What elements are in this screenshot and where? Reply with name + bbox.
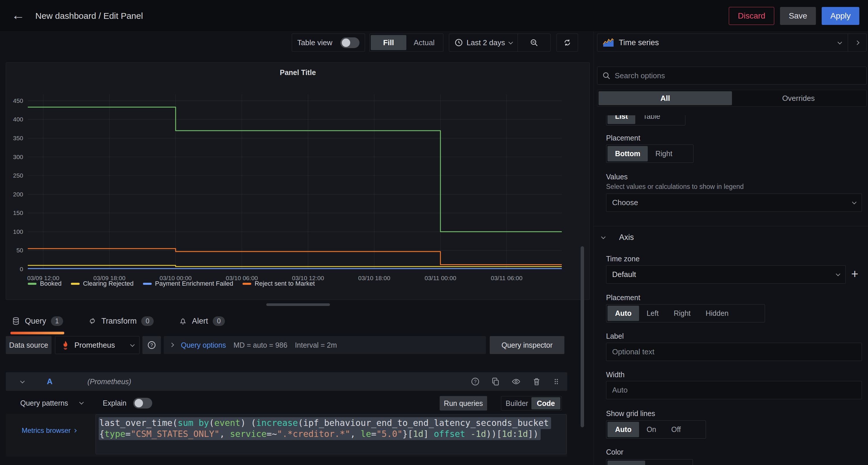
divider bbox=[518, 34, 518, 51]
search-icon bbox=[602, 71, 611, 80]
eye-icon[interactable] bbox=[511, 377, 521, 386]
discard-button[interactable]: Discard bbox=[729, 7, 774, 25]
run-queries-button[interactable]: Run queries bbox=[440, 396, 487, 410]
help-icon: ? bbox=[147, 341, 156, 350]
timeseries-chart[interactable]: 05010015020025030035040045003/09 12:0003… bbox=[6, 63, 590, 299]
resize-handle[interactable] bbox=[266, 303, 330, 306]
explain-toggle[interactable] bbox=[133, 398, 152, 408]
zoom-out-icon[interactable] bbox=[530, 38, 538, 47]
tab-overrides[interactable]: Overrides bbox=[732, 91, 865, 105]
metrics-browser-link[interactable]: Metrics browser bbox=[22, 427, 76, 435]
tab-query-badge: 1 bbox=[51, 316, 63, 326]
legend-mode-list-button[interactable]: List bbox=[608, 115, 635, 124]
svg-text:250: 250 bbox=[13, 172, 23, 179]
max-data-points-info: MD = auto = 986 bbox=[234, 341, 287, 349]
legend-placement-bottom-button[interactable]: Bottom bbox=[608, 146, 648, 162]
legend-label: Reject sent to Market bbox=[255, 280, 315, 287]
code-editor[interactable]: last_over_time(sum by(event) (increase(i… bbox=[95, 414, 567, 454]
datasource-picker[interactable]: Prometheus bbox=[55, 336, 140, 354]
axis-collapse-chevron[interactable] bbox=[601, 235, 606, 239]
grid-auto-button[interactable]: Auto bbox=[608, 422, 639, 437]
grid-off-button[interactable]: Off bbox=[664, 422, 688, 437]
color-label: Color bbox=[606, 448, 623, 456]
timezone-select[interactable]: Default bbox=[606, 265, 846, 284]
tab-alert-badge: 0 bbox=[213, 316, 225, 326]
color-control-clipped bbox=[606, 459, 693, 465]
axis-section-header[interactable]: Axis bbox=[619, 233, 634, 242]
query-options-link[interactable]: Query options bbox=[181, 341, 226, 349]
axis-label-input[interactable] bbox=[606, 343, 862, 361]
fill-button[interactable]: Fill bbox=[371, 35, 406, 50]
legend-item[interactable]: Payment Enrichment Failed bbox=[143, 280, 233, 287]
legend-values-select[interactable]: Choose bbox=[606, 194, 862, 212]
svg-text:450: 450 bbox=[13, 97, 23, 104]
tab-alert[interactable]: Alert 0 bbox=[178, 307, 226, 335]
axis-placement-left-button[interactable]: Left bbox=[639, 306, 666, 321]
svg-text:?: ? bbox=[151, 343, 153, 348]
legend-item[interactable]: Reject sent to Market bbox=[243, 280, 315, 287]
legend-item[interactable]: Clearing Rejected bbox=[71, 280, 134, 287]
svg-text:300: 300 bbox=[13, 153, 23, 160]
promql-expression[interactable]: last_over_time(sum by(event) (increase(i… bbox=[99, 417, 566, 439]
svg-text:03/11 06:00: 03/11 06:00 bbox=[491, 275, 522, 281]
table-view-toggle[interactable] bbox=[340, 37, 360, 48]
chevron-down-icon bbox=[508, 40, 513, 44]
interval-info: Interval = 2m bbox=[295, 341, 337, 349]
color-group[interactable] bbox=[606, 459, 693, 465]
query-a-header[interactable]: A (Prometheus) ? bbox=[6, 372, 567, 391]
query-inspector-button[interactable]: Query inspector bbox=[490, 336, 564, 354]
builder-code-group: Builder Code bbox=[501, 396, 562, 410]
color-option-button[interactable] bbox=[608, 461, 645, 465]
apply-button[interactable]: Apply bbox=[822, 7, 859, 25]
collapse-chevron-icon[interactable] bbox=[20, 379, 25, 383]
tab-alert-label: Alert bbox=[192, 317, 208, 326]
query-options-row[interactable]: Query options MD = auto = 986 Interval =… bbox=[164, 336, 486, 354]
axis-placement-right-button[interactable]: Right bbox=[666, 306, 698, 321]
options-sidebar: Time series All Overrides List Table Pla… bbox=[593, 32, 868, 465]
duplicate-icon[interactable] bbox=[491, 377, 500, 386]
datasource-help-button[interactable]: ? bbox=[143, 336, 161, 354]
drag-handle-icon[interactable] bbox=[552, 377, 560, 386]
actual-button[interactable]: Actual bbox=[406, 38, 442, 47]
options-search-input[interactable] bbox=[615, 71, 862, 80]
code-button[interactable]: Code bbox=[531, 397, 560, 409]
legend-placement-label: Placement bbox=[606, 134, 640, 142]
header-bar: ← New dashboard / Edit Panel Discard Sav… bbox=[0, 0, 868, 32]
refresh-button[interactable] bbox=[557, 34, 578, 52]
axis-placement-auto-button[interactable]: Auto bbox=[608, 306, 639, 321]
legend-placement-right-button[interactable]: Right bbox=[648, 146, 680, 162]
help-icon[interactable]: ? bbox=[471, 377, 480, 386]
back-arrow-button[interactable]: ← bbox=[11, 7, 25, 23]
legend-swatch bbox=[28, 283, 36, 285]
grid-on-button[interactable]: On bbox=[639, 422, 664, 437]
section-divider bbox=[594, 226, 868, 226]
main-scrollbar[interactable] bbox=[581, 246, 584, 427]
tab-transform[interactable]: Transform 0 bbox=[87, 307, 155, 335]
tab-query[interactable]: Query 1 bbox=[10, 307, 64, 335]
legend-mode-table-button[interactable]: Table bbox=[635, 115, 668, 124]
time-range-label[interactable]: Last 2 days bbox=[467, 38, 505, 47]
tab-query-label: Query bbox=[25, 317, 46, 326]
query-patterns-button[interactable]: Query patterns bbox=[20, 399, 68, 407]
svg-text:50: 50 bbox=[17, 247, 23, 254]
chevron-right-icon bbox=[855, 40, 860, 45]
svg-text:0: 0 bbox=[20, 266, 23, 272]
save-button[interactable]: Save bbox=[780, 7, 816, 25]
builder-button[interactable]: Builder bbox=[502, 399, 531, 408]
add-timezone-button[interactable]: + bbox=[851, 269, 859, 279]
collapse-pane-button[interactable] bbox=[848, 34, 866, 51]
query-ref-datasource: (Prometheus) bbox=[87, 378, 131, 386]
axis-placement-hidden-button[interactable]: Hidden bbox=[698, 306, 736, 321]
axis-width-input[interactable] bbox=[606, 381, 862, 399]
transform-icon bbox=[88, 317, 97, 325]
legend-label: Clearing Rejected bbox=[83, 280, 134, 287]
legend-swatch bbox=[243, 283, 251, 285]
trash-icon[interactable] bbox=[532, 377, 541, 386]
visualization-picker[interactable]: Time series bbox=[597, 34, 867, 52]
prometheus-icon bbox=[61, 340, 70, 350]
tab-all[interactable]: All bbox=[598, 91, 732, 105]
legend-item[interactable]: Booked bbox=[28, 280, 62, 287]
legend-mode-group: List Table bbox=[606, 115, 685, 125]
database-icon bbox=[11, 317, 20, 325]
axis-label-label: Label bbox=[606, 332, 624, 341]
